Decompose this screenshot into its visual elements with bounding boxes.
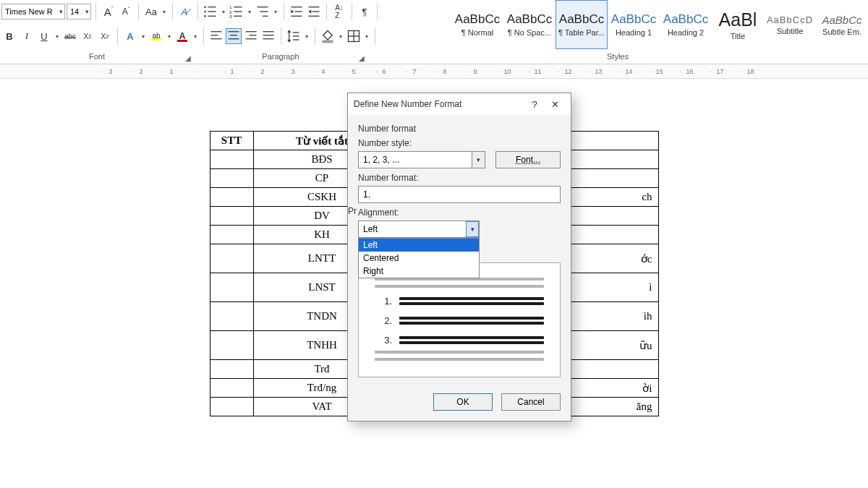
style-subtle-emphasis[interactable]: AaBbCcSubtle Em. [816,0,868,49]
numbering-button[interactable]: 123 [229,4,244,20]
clear-formatting-button[interactable]: A⁄ [177,4,193,20]
define-number-format-dialog: Define New Number Format ? ✕ Number form… [347,93,571,421]
group-label-font: Font [89,52,105,61]
multilevel-list-button[interactable] [255,4,271,20]
style-subtitle[interactable]: AaBbCcDSubtitle [764,0,816,49]
align-center-button[interactable] [226,28,242,44]
underline-button[interactable]: U [36,28,52,44]
dialog-titlebar[interactable]: Define New Number Format ? ✕ [348,93,571,115]
strikethrough-button[interactable]: abc [62,28,78,44]
font-color-dropdown-icon[interactable]: ▾ [192,33,199,40]
group-label-styles: Styles [607,52,629,61]
style-normal[interactable]: AaBbCc¶ Normal [451,0,503,49]
group-label-paragraph: Paragraph [262,52,299,61]
highlight-button[interactable]: ab [148,28,164,44]
alignment-dropdown: Left Centered Right [358,238,480,278]
show-marks-button[interactable]: ¶ [357,4,373,20]
chevron-down-icon[interactable]: ▾ [466,221,479,237]
alignment-option-right[interactable]: Right [359,265,479,278]
shading-dropdown-icon[interactable]: ▾ [337,33,344,40]
style-no-spacing[interactable]: AaBbCc¶ No Spac... [503,0,556,49]
bullets-dropdown-icon[interactable]: ▾ [220,9,227,15]
style-heading-1[interactable]: AaBbCcHeading 1 [608,0,660,49]
svg-point-2 [204,11,206,13]
text-effects-dropdown-icon[interactable]: ▾ [140,33,147,40]
borders-button[interactable] [346,28,362,44]
highlight-dropdown-icon[interactable]: ▾ [166,33,173,40]
style-table-paragraph[interactable]: AaBbCc¶ Table Par... [556,0,608,49]
svg-point-0 [204,7,206,9]
align-right-button[interactable] [243,28,259,44]
number-style-combo[interactable]: 1, 2, 3, ...▾ [358,151,485,168]
svg-point-4 [204,15,206,17]
svg-marker-16 [292,10,294,14]
change-case-button[interactable]: Aa [143,4,159,20]
ok-button[interactable]: OK [433,393,493,411]
svg-text:3: 3 [229,14,232,19]
sort-button[interactable]: A↓Z [331,4,347,20]
align-left-button[interactable] [208,28,224,44]
superscript-button[interactable]: X2 [97,28,113,44]
subscript-button[interactable]: X2 [80,28,95,44]
font-name-combo[interactable]: Times New R [1,4,65,20]
grow-font-button[interactable]: Aˆ [101,4,116,20]
svg-marker-37 [287,40,291,43]
font-button[interactable]: Font... [495,151,561,168]
font-color-button[interactable]: A [174,28,190,44]
section-number-format: Number format [358,124,561,134]
alignment-option-centered[interactable]: Centered [359,252,479,265]
horizontal-ruler[interactable]: 321123456789101112131415161718 [0,64,868,79]
label-number-style: Number style: [358,138,561,148]
group-labels: Font◢ Paragraph◢ Styles [0,49,868,64]
bold-button[interactable]: B [1,28,17,44]
dialog-help-button[interactable]: ? [524,99,545,110]
chevron-down-icon[interactable]: ▾ [472,152,485,168]
align-justify-button[interactable] [260,28,276,44]
dialog-close-button[interactable]: ✕ [545,99,565,110]
shading-button[interactable] [320,28,336,44]
style-heading-2[interactable]: AaBbCcHeading 2 [660,0,712,49]
cancel-button[interactable]: Cancel [501,393,561,411]
case-dropdown-icon[interactable]: ▾ [161,9,168,15]
dialog-title: Define New Number Format [354,99,524,109]
svg-marker-20 [309,10,312,14]
alignment-combo[interactable]: Left▾ [358,221,480,238]
bullets-button[interactable] [203,4,218,20]
increase-indent-button[interactable] [306,4,322,20]
line-spacing-button[interactable] [286,28,302,44]
table-header-stt[interactable]: STT [210,132,253,150]
underline-dropdown-icon[interactable]: ▾ [54,33,61,40]
shrink-font-button[interactable]: Aˇ [118,4,134,20]
numbering-dropdown-icon[interactable]: ▾ [246,9,253,15]
paragraph-dialog-launcher-icon[interactable]: ◢ [359,54,365,62]
italic-button[interactable]: I [19,28,35,44]
ribbon: Times New R 14 Aˆ Aˇ Aa ▾ A⁄ ▾ 123 ▾ ▾ A… [0,0,868,64]
decrease-indent-button[interactable] [289,4,305,20]
font-dialog-launcher-icon[interactable]: ◢ [185,54,191,62]
style-title[interactable]: AaBlTitle [712,0,764,49]
multilevel-dropdown-icon[interactable]: ▾ [272,9,279,15]
line-spacing-dropdown-icon[interactable]: ▾ [303,33,310,40]
label-number-format: Number format: [358,173,561,183]
preview-label-truncated: Pr [348,206,357,216]
font-size-combo[interactable]: 14 [67,4,91,20]
svg-marker-36 [287,30,291,33]
text-effects-button[interactable]: A [122,28,138,44]
styles-gallery: AaBbCc¶ Normal AaBbCc¶ No Spac... AaBbCc… [451,0,868,49]
number-format-input[interactable]: 1. [358,186,561,203]
borders-dropdown-icon[interactable]: ▾ [363,33,370,40]
preview-box: 1. 2. 3. [358,262,561,377]
alignment-option-left[interactable]: Left [359,239,479,252]
label-alignment: Alignment: [358,207,561,218]
